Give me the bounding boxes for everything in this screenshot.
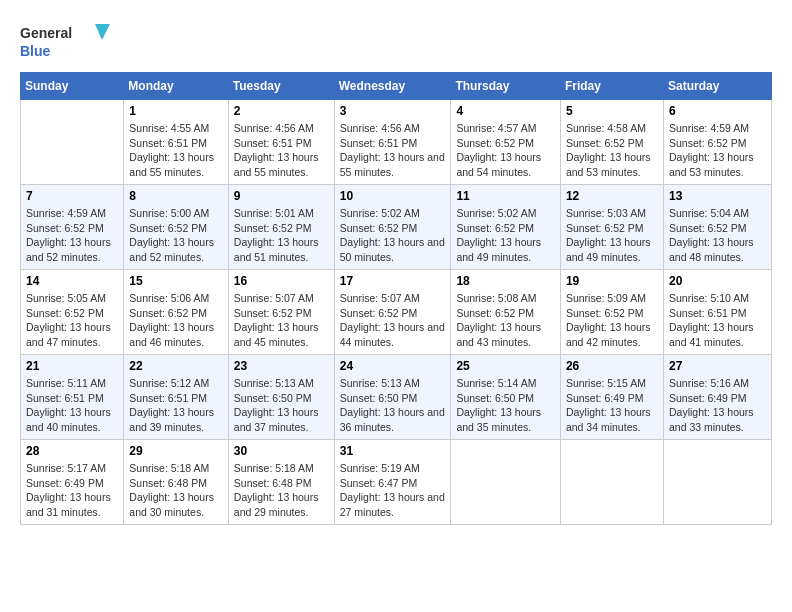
day-cell: 12 Sunrise: 5:03 AM Sunset: 6:52 PM Dayl…: [560, 185, 663, 270]
day-info: Sunrise: 5:19 AM Sunset: 6:47 PM Dayligh…: [340, 461, 446, 520]
day-number: 16: [234, 274, 329, 288]
logo-svg: General Blue: [20, 20, 110, 62]
day-cell: 17 Sunrise: 5:07 AM Sunset: 6:52 PM Dayl…: [334, 270, 451, 355]
day-number: 29: [129, 444, 222, 458]
day-cell: 9 Sunrise: 5:01 AM Sunset: 6:52 PM Dayli…: [228, 185, 334, 270]
day-number: 5: [566, 104, 658, 118]
sunset: Sunset: 6:49 PM: [566, 392, 644, 404]
day-cell: 16 Sunrise: 5:07 AM Sunset: 6:52 PM Dayl…: [228, 270, 334, 355]
sunrise: Sunrise: 5:04 AM: [669, 207, 749, 219]
daylight: Daylight: 13 hours and 37 minutes.: [234, 406, 319, 433]
day-info: Sunrise: 5:01 AM Sunset: 6:52 PM Dayligh…: [234, 206, 329, 265]
svg-text:Blue: Blue: [20, 43, 51, 59]
day-info: Sunrise: 5:09 AM Sunset: 6:52 PM Dayligh…: [566, 291, 658, 350]
sunrise: Sunrise: 5:13 AM: [340, 377, 420, 389]
day-cell: 2 Sunrise: 4:56 AM Sunset: 6:51 PM Dayli…: [228, 100, 334, 185]
day-number: 1: [129, 104, 222, 118]
col-header-friday: Friday: [560, 73, 663, 100]
sunset: Sunset: 6:52 PM: [456, 307, 534, 319]
daylight: Daylight: 13 hours and 52 minutes.: [26, 236, 111, 263]
col-header-sunday: Sunday: [21, 73, 124, 100]
day-cell: 1 Sunrise: 4:55 AM Sunset: 6:51 PM Dayli…: [124, 100, 228, 185]
sunset: Sunset: 6:52 PM: [129, 307, 207, 319]
day-cell: 14 Sunrise: 5:05 AM Sunset: 6:52 PM Dayl…: [21, 270, 124, 355]
day-number: 9: [234, 189, 329, 203]
sunrise: Sunrise: 4:58 AM: [566, 122, 646, 134]
sunset: Sunset: 6:52 PM: [234, 307, 312, 319]
sunset: Sunset: 6:48 PM: [129, 477, 207, 489]
page-header: General Blue: [20, 20, 772, 62]
sunrise: Sunrise: 5:10 AM: [669, 292, 749, 304]
sunrise: Sunrise: 5:02 AM: [456, 207, 536, 219]
sunset: Sunset: 6:52 PM: [340, 307, 418, 319]
svg-text:General: General: [20, 25, 72, 41]
sunrise: Sunrise: 5:07 AM: [234, 292, 314, 304]
day-cell: 7 Sunrise: 4:59 AM Sunset: 6:52 PM Dayli…: [21, 185, 124, 270]
col-header-monday: Monday: [124, 73, 228, 100]
sunrise: Sunrise: 4:55 AM: [129, 122, 209, 134]
day-number: 17: [340, 274, 446, 288]
sunrise: Sunrise: 5:15 AM: [566, 377, 646, 389]
sunrise: Sunrise: 5:06 AM: [129, 292, 209, 304]
day-info: Sunrise: 4:58 AM Sunset: 6:52 PM Dayligh…: [566, 121, 658, 180]
day-info: Sunrise: 5:12 AM Sunset: 6:51 PM Dayligh…: [129, 376, 222, 435]
day-cell: 6 Sunrise: 4:59 AM Sunset: 6:52 PM Dayli…: [663, 100, 771, 185]
day-number: 20: [669, 274, 766, 288]
sunrise: Sunrise: 5:18 AM: [129, 462, 209, 474]
day-cell: 25 Sunrise: 5:14 AM Sunset: 6:50 PM Dayl…: [451, 355, 561, 440]
day-info: Sunrise: 5:02 AM Sunset: 6:52 PM Dayligh…: [340, 206, 446, 265]
day-info: Sunrise: 5:06 AM Sunset: 6:52 PM Dayligh…: [129, 291, 222, 350]
sunset: Sunset: 6:52 PM: [566, 307, 644, 319]
sunrise: Sunrise: 5:12 AM: [129, 377, 209, 389]
day-number: 26: [566, 359, 658, 373]
day-number: 2: [234, 104, 329, 118]
sunset: Sunset: 6:52 PM: [669, 137, 747, 149]
day-cell: 11 Sunrise: 5:02 AM Sunset: 6:52 PM Dayl…: [451, 185, 561, 270]
day-number: 27: [669, 359, 766, 373]
day-number: 25: [456, 359, 555, 373]
sunset: Sunset: 6:52 PM: [129, 222, 207, 234]
day-number: 18: [456, 274, 555, 288]
day-info: Sunrise: 5:08 AM Sunset: 6:52 PM Dayligh…: [456, 291, 555, 350]
col-header-tuesday: Tuesday: [228, 73, 334, 100]
col-header-thursday: Thursday: [451, 73, 561, 100]
day-number: 12: [566, 189, 658, 203]
day-number: 19: [566, 274, 658, 288]
day-cell: 22 Sunrise: 5:12 AM Sunset: 6:51 PM Dayl…: [124, 355, 228, 440]
sunset: Sunset: 6:52 PM: [566, 222, 644, 234]
daylight: Daylight: 13 hours and 55 minutes.: [129, 151, 214, 178]
day-info: Sunrise: 5:05 AM Sunset: 6:52 PM Dayligh…: [26, 291, 118, 350]
sunset: Sunset: 6:52 PM: [456, 137, 534, 149]
day-cell: 5 Sunrise: 4:58 AM Sunset: 6:52 PM Dayli…: [560, 100, 663, 185]
sunrise: Sunrise: 5:18 AM: [234, 462, 314, 474]
day-cell: 19 Sunrise: 5:09 AM Sunset: 6:52 PM Dayl…: [560, 270, 663, 355]
sunset: Sunset: 6:47 PM: [340, 477, 418, 489]
sunset: Sunset: 6:52 PM: [456, 222, 534, 234]
daylight: Daylight: 13 hours and 31 minutes.: [26, 491, 111, 518]
sunset: Sunset: 6:52 PM: [26, 222, 104, 234]
sunset: Sunset: 6:52 PM: [566, 137, 644, 149]
daylight: Daylight: 13 hours and 42 minutes.: [566, 321, 651, 348]
day-info: Sunrise: 5:03 AM Sunset: 6:52 PM Dayligh…: [566, 206, 658, 265]
day-number: 24: [340, 359, 446, 373]
daylight: Daylight: 13 hours and 27 minutes.: [340, 491, 445, 518]
day-cell: [663, 440, 771, 525]
day-cell: 15 Sunrise: 5:06 AM Sunset: 6:52 PM Dayl…: [124, 270, 228, 355]
day-cell: 3 Sunrise: 4:56 AM Sunset: 6:51 PM Dayli…: [334, 100, 451, 185]
day-number: 10: [340, 189, 446, 203]
day-number: 6: [669, 104, 766, 118]
day-info: Sunrise: 5:17 AM Sunset: 6:49 PM Dayligh…: [26, 461, 118, 520]
day-info: Sunrise: 5:18 AM Sunset: 6:48 PM Dayligh…: [129, 461, 222, 520]
day-info: Sunrise: 5:18 AM Sunset: 6:48 PM Dayligh…: [234, 461, 329, 520]
day-number: 28: [26, 444, 118, 458]
day-info: Sunrise: 5:14 AM Sunset: 6:50 PM Dayligh…: [456, 376, 555, 435]
sunset: Sunset: 6:52 PM: [26, 307, 104, 319]
sunset: Sunset: 6:49 PM: [26, 477, 104, 489]
sunrise: Sunrise: 5:07 AM: [340, 292, 420, 304]
daylight: Daylight: 13 hours and 45 minutes.: [234, 321, 319, 348]
sunrise: Sunrise: 5:01 AM: [234, 207, 314, 219]
day-info: Sunrise: 5:11 AM Sunset: 6:51 PM Dayligh…: [26, 376, 118, 435]
day-cell: [451, 440, 561, 525]
sunset: Sunset: 6:51 PM: [26, 392, 104, 404]
daylight: Daylight: 13 hours and 29 minutes.: [234, 491, 319, 518]
